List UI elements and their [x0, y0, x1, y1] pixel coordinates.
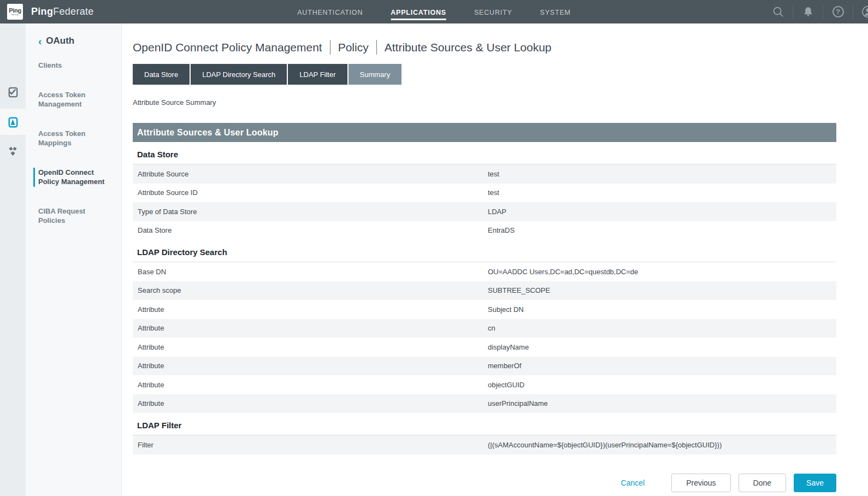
row-label: Base DN: [133, 268, 488, 276]
sidebar-item[interactable]: CIBA Request Policies: [38, 206, 110, 226]
summary-section: LDAP Directory Search Base DN OU=AADDC U…: [133, 240, 836, 413]
ping-identity-logo: Ping Identity.: [7, 4, 23, 20]
row-label: Filter: [133, 441, 488, 449]
summary-row: Data Store EntraDS: [133, 221, 836, 240]
step-tab[interactable]: LDAP Filter: [288, 64, 347, 85]
row-value: test: [488, 188, 836, 197]
row-value: userPrincipalName: [488, 399, 836, 408]
app-title: PingFederate: [31, 6, 94, 17]
title-separator: [330, 40, 330, 55]
row-value: EntraDS: [488, 226, 836, 234]
row-label: Search scope: [133, 286, 488, 294]
section-heading: LDAP Filter: [133, 413, 836, 435]
sidebar-icon-rail: [0, 23, 26, 496]
divider: [823, 5, 823, 19]
row-value: LDAP: [488, 208, 836, 216]
top-nav: AUTHENTICATION APPLICATIONS SECURITY SYS…: [297, 0, 571, 23]
access-token-management-icon[interactable]: [0, 109, 26, 135]
summary-row: Search scope SUBTREE_SCOPE: [133, 281, 836, 300]
notifications-icon[interactable]: [801, 5, 814, 19]
row-label: Attribute: [133, 399, 488, 408]
footer-actions: Cancel Previous Done Save: [133, 474, 836, 492]
question-glyph: [832, 6, 844, 17]
page-title: OpenID Connect Policy Management Policy …: [133, 40, 836, 55]
summary-panel-header: Attribute Sources & User Lookup: [133, 123, 836, 142]
logo-subtext: Identity.: [11, 14, 19, 16]
account-icon[interactable]: [861, 5, 868, 19]
summary-row: Attribute displayName: [133, 338, 836, 357]
summary-panel: Attribute Sources & User Lookup Data Sto…: [133, 123, 836, 454]
search-icon[interactable]: [771, 5, 784, 19]
save-button[interactable]: Save: [794, 474, 836, 492]
sidebar-item[interactable]: Clients: [38, 61, 110, 70]
row-value: (|(sAMAccountName=${objectGUID})(userPri…: [488, 441, 836, 449]
summary-row: Attribute userPrincipalName: [133, 394, 836, 414]
step-tabs: Data Store LDAP Directory Search LDAP Fi…: [133, 64, 836, 85]
row-value: cn: [488, 324, 836, 332]
oauth-back-link[interactable]: ‹ OAuth: [38, 36, 121, 46]
summary-row: Attribute cn: [133, 319, 836, 338]
divider: [793, 5, 793, 19]
row-label: Attribute: [133, 362, 488, 370]
topnav-item[interactable]: APPLICATIONS: [391, 5, 446, 20]
section-heading: LDAP Directory Search: [133, 240, 836, 262]
topnav-item[interactable]: SYSTEM: [540, 5, 571, 20]
done-button[interactable]: Done: [739, 474, 786, 492]
row-value: objectGUID: [488, 381, 836, 389]
summary-row: Type of Data Store LDAP: [133, 202, 836, 221]
row-label: Attribute: [133, 381, 488, 389]
section-heading: Data Store: [133, 142, 836, 164]
app-title-rest: Federate: [53, 6, 93, 17]
row-label: Attribute: [133, 305, 488, 314]
sidebar-item[interactable]: OpenID Connect Policy Management: [33, 168, 105, 187]
summary-section: Data Store Attribute Source test Attribu…: [133, 142, 836, 240]
row-label: Attribute Source ID: [133, 188, 488, 197]
summary-section: LDAP Filter Filter (|(sAMAccountName=${o…: [133, 413, 836, 454]
clients-icon[interactable]: [0, 79, 26, 105]
sidebar-menu: ‹ OAuth Clients Access Token Management …: [26, 23, 121, 226]
chevron-left-icon: ‹: [38, 36, 42, 46]
sidebar-item[interactable]: Access Token Mappings: [38, 129, 110, 148]
section-rows: Filter (|(sAMAccountName=${objectGUID})(…: [133, 435, 836, 454]
page-title-part: Policy: [338, 41, 369, 54]
divider: [853, 5, 853, 19]
summary-row: Base DN OU=AADDC Users,DC=ad,DC=questdb,…: [133, 262, 836, 281]
summary-row: Attribute Source ID test: [133, 184, 836, 203]
top-bar-icons: [771, 0, 868, 23]
app-title-bold: Ping: [31, 6, 53, 17]
summary-row: Attribute Subject DN: [133, 300, 836, 319]
row-label: Data Store: [133, 226, 488, 234]
row-value: OU=AADDC Users,DC=ad,DC=questdb,DC=de: [488, 268, 836, 276]
step-tab[interactable]: Summary: [349, 64, 402, 85]
row-label: Attribute: [133, 324, 488, 332]
topnav-item[interactable]: AUTHENTICATION: [297, 5, 363, 20]
page-title-part: OpenID Connect Policy Management: [133, 41, 322, 54]
topnav-item[interactable]: SECURITY: [474, 5, 512, 20]
summary-row: Attribute memberOf: [133, 357, 836, 376]
row-label: Type of Data Store: [133, 208, 488, 216]
main-content: OpenID Connect Policy Management Policy …: [122, 23, 868, 496]
row-label: Attribute Source: [133, 170, 488, 178]
access-token-mappings-icon[interactable]: [0, 138, 26, 164]
section-rows: Attribute Source test Attribute Source I…: [133, 164, 836, 240]
row-value: SUBTREE_SCOPE: [488, 286, 836, 294]
title-separator: [376, 40, 377, 55]
row-value: Subject DN: [488, 305, 836, 314]
help-icon[interactable]: [831, 5, 845, 19]
row-value: displayName: [488, 343, 836, 351]
previous-button[interactable]: Previous: [671, 474, 730, 492]
summary-row: Attribute objectGUID: [133, 375, 836, 394]
sidebar: ‹ OAuth Clients Access Token Management …: [0, 23, 122, 496]
sidebar-item[interactable]: Access Token Management: [38, 90, 110, 109]
row-value: test: [488, 170, 836, 178]
summary-row: Attribute Source test: [133, 164, 836, 184]
row-label: Attribute: [133, 343, 488, 351]
top-bar: Ping Identity. PingFederate AUTHENTICATI…: [0, 0, 868, 23]
page-title-part: Attribute Sources & User Lookup: [385, 41, 552, 54]
row-value: memberOf: [488, 362, 836, 370]
cancel-link[interactable]: Cancel: [621, 479, 645, 487]
summary-subtitle: Attribute Source Summary: [133, 98, 836, 107]
step-tab[interactable]: Data Store: [133, 64, 190, 85]
step-tab[interactable]: LDAP Directory Search: [191, 64, 287, 85]
section-rows: Base DN OU=AADDC Users,DC=ad,DC=questdb,…: [133, 262, 836, 413]
